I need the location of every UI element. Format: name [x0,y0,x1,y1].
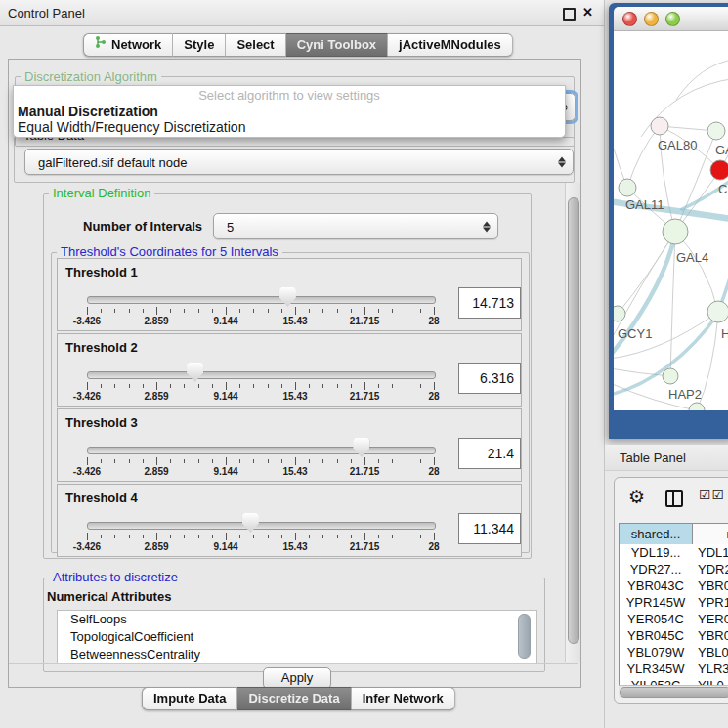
table-hscrollbar-track[interactable] [619,685,728,698]
tick-mark [87,533,88,540]
table-row[interactable]: YDL19...YDL1 [620,544,728,561]
graph-node[interactable] [614,306,625,321]
tick-mark [295,533,296,540]
graph-node[interactable] [651,117,668,135]
top-tab-bar: NetworkStyleSelectCyni ToolboxjActiveMNo… [83,33,513,57]
thresholds-container: Threshold 1-3.4262.8599.14415.4321.71528… [57,258,522,559]
cell-name: YLR3 [692,661,728,677]
tick-mark [378,535,379,538]
graph-node-label: HAP2 [668,387,702,402]
bottom-tab-impute-data[interactable]: Impute Data [142,687,237,710]
apply-button[interactable]: Apply [263,667,331,689]
table-data-combobox[interactable]: galFiltered.sif default node [24,149,574,175]
threshold-slider-track[interactable] [87,371,436,379]
split-view-icon[interactable] [665,490,683,507]
tab-style[interactable]: Style [173,33,226,57]
combo-arrows-icon [558,156,566,167]
close-traffic-light-icon[interactable] [622,12,637,26]
tick-mark [114,384,115,388]
network-canvas[interactable]: GAL80GACGAL11GAL4GCY1HHAP2 [614,31,728,410]
threshold-value-field[interactable]: 21.4 [458,438,521,469]
slider-ticks [87,382,434,391]
tab-cyni-toolbox[interactable]: Cyni Toolbox [286,33,388,57]
graph-node[interactable] [689,403,705,410]
network-window-titlebar[interactable] [614,7,728,31]
cell-name: YER0 [692,611,728,627]
slider-ticks [87,533,434,541]
tick-mark [268,309,269,313]
threshold-slider-track[interactable] [87,447,436,454]
tick-mark [129,459,130,463]
table-row[interactable]: YER054CYER0 [620,611,728,627]
bottom-tab-infer-network[interactable]: Infer Network [352,687,455,710]
graph-node[interactable] [619,179,636,196]
threshold-slider-track[interactable] [87,522,436,530]
table-row[interactable]: YLR345WYLR3 [620,661,728,677]
graph-node[interactable] [663,368,678,384]
graph-edge[interactable] [627,126,660,188]
gear-icon[interactable]: ⚙ [628,486,645,508]
attributes-list-scrollbar[interactable] [518,614,531,659]
threshold-slider-thumb[interactable] [279,287,296,307]
table-row[interactable]: YBR043CYBR0 [620,578,728,594]
tab-network[interactable]: Network [83,33,173,57]
column-header[interactable]: shared... [620,524,693,544]
threshold-slider-track[interactable] [87,296,436,304]
table-row[interactable]: YPR145WYPR1 [620,594,728,611]
threshold-value-field[interactable]: 14.713 [458,287,521,319]
number-of-intervals-combobox[interactable]: 5 [213,213,498,239]
cell-name: YDR2 [692,561,728,578]
discretization-algorithm-title: Discretization Algorithm [21,69,161,84]
close-icon[interactable]: ✕ [582,5,593,20]
cell-name: YBR0 [692,627,728,644]
table-row[interactable]: YBR045CYBR0 [620,627,728,644]
algorithm-option[interactable]: Manual Discretization [18,104,158,119]
table-row[interactable]: YDR27...YDR2 [620,561,728,578]
bottom-tab-tab-label: Infer Network [363,688,444,709]
graph-edge[interactable] [675,232,718,312]
slider-ticks [87,457,434,466]
checkboxes-icon[interactable]: ☑☑ [699,487,725,502]
attribute-list-item[interactable]: BetweennessCentrality [58,646,536,664]
algorithm-placeholder-item[interactable]: Select algorithm to view settings [14,88,565,103]
tick-mark [337,535,338,538]
tick-mark [226,307,227,315]
tick-mark [143,384,144,388]
threshold-value-field[interactable]: 6.316 [458,363,521,394]
column-header[interactable]: na [693,524,728,544]
tab-select[interactable]: Select [226,33,285,57]
tick-mark [101,535,102,538]
apply-row: Apply [9,663,578,687]
table-row[interactable]: YIL052CYIL0 [620,677,728,685]
graph-node[interactable] [707,301,728,322]
bottom-tab-discretize-data[interactable]: Discretize Data [237,687,351,710]
tick-mark [434,307,435,315]
threshold-slider-thumb[interactable] [353,438,369,457]
tick-mark [392,535,393,538]
graph-edge[interactable] [676,59,728,100]
tick-mark [184,309,185,313]
graph-node[interactable] [707,122,725,140]
tick-mark [351,535,352,538]
cell-shared-name: YBR045C [620,627,692,644]
threshold-slider-thumb[interactable] [187,363,203,382]
tick-mark [101,459,102,463]
minimize-traffic-light-icon[interactable] [644,12,659,26]
attribute-list-item[interactable]: TopologicalCoefficient [58,628,536,646]
float-window-icon[interactable] [563,8,576,21]
tick-mark [420,535,421,538]
threshold-slider-thumb[interactable] [242,513,259,533]
bottom-tab-tab-label: Discretize Data [248,688,339,709]
zoom-traffic-light-icon[interactable] [665,12,680,26]
graph-node[interactable] [710,160,728,180]
tick-mark [309,535,310,538]
table-row[interactable]: YBL079WYBL0 [620,644,728,661]
threshold-value-field[interactable]: 11.344 [458,513,521,544]
graph-node[interactable] [663,219,688,244]
algorithm-option[interactable]: Equal Width/Frequency Discretization [18,119,245,135]
settings-scrollbar-thumb[interactable] [568,197,579,644]
tab-jactivemnodules[interactable]: jActiveMNodules [388,33,513,57]
attribute-list-item[interactable]: SelfLoops [58,611,536,628]
settings-scrollbar-track[interactable] [565,183,580,662]
table-hscrollbar-thumb[interactable] [620,687,728,698]
